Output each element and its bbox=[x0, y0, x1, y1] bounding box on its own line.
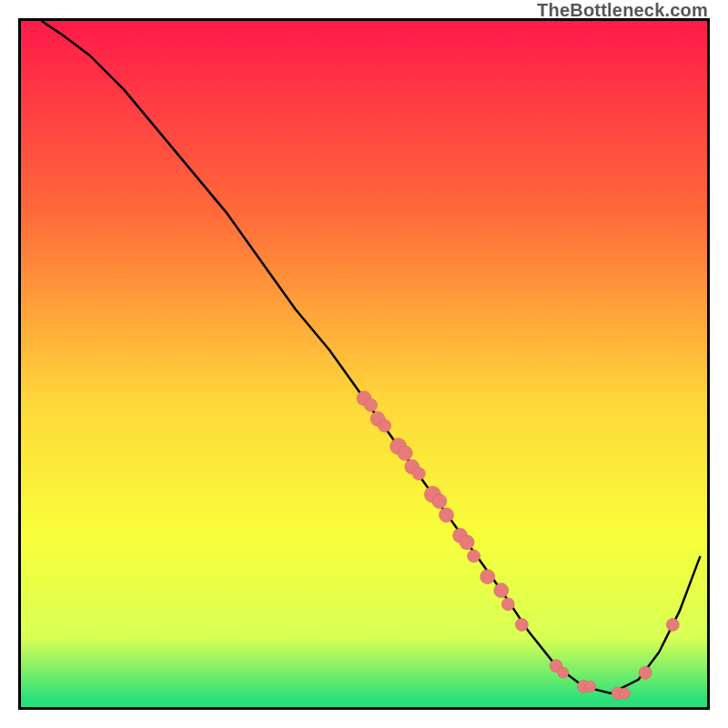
data-marker bbox=[558, 667, 569, 678]
data-marker bbox=[379, 420, 391, 432]
data-marker bbox=[639, 666, 652, 679]
data-marker bbox=[365, 399, 378, 411]
data-marker bbox=[432, 494, 447, 509]
data-marker bbox=[501, 598, 514, 611]
bottleneck-curve bbox=[21, 21, 707, 707]
data-marker bbox=[515, 619, 528, 632]
data-marker bbox=[620, 688, 631, 699]
data-marker bbox=[494, 583, 509, 598]
data-marker bbox=[585, 681, 596, 692]
chart-container: TheBottleneck.com bbox=[0, 0, 728, 728]
data-marker bbox=[412, 468, 425, 480]
plot-area bbox=[18, 18, 710, 710]
data-marker bbox=[666, 619, 679, 632]
data-marker bbox=[480, 570, 495, 584]
data-marker bbox=[440, 508, 454, 522]
data-marker bbox=[460, 535, 474, 550]
data-marker bbox=[398, 446, 412, 460]
data-marker bbox=[468, 550, 480, 562]
